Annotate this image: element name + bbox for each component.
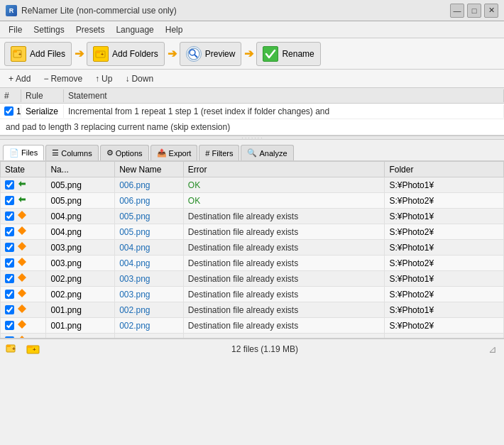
row-checkbox[interactable] xyxy=(5,321,14,330)
table-row[interactable]: 002.png003.pngDestination file already e… xyxy=(1,271,504,287)
remove-rule-button[interactable]: − Remove xyxy=(38,72,88,85)
table-row[interactable]: 003.png004.pngDestination file already e… xyxy=(1,240,504,256)
tab-export[interactable]: 📤 Export xyxy=(150,145,198,160)
cell-folder: S:¥Photo1¥ xyxy=(385,177,504,193)
svg-text:+: + xyxy=(33,346,36,353)
cell-name: 005.png xyxy=(46,177,115,193)
tab-options[interactable]: ⚙ Options xyxy=(100,145,149,160)
menu-help[interactable]: Help xyxy=(160,23,189,37)
th-newname[interactable]: New Name xyxy=(115,162,184,177)
rule-row-1[interactable]: 1 Serialize Incremental from 1 repeat 1 … xyxy=(0,104,504,119)
tab-analyze[interactable]: 🔍 Analyze xyxy=(241,145,293,160)
table-row[interactable]: 000.png001.pngDestination file already e… xyxy=(1,334,504,339)
table-row[interactable]: 002.png003.pngDestination file already e… xyxy=(1,287,504,302)
table-row[interactable]: 001.png002.pngDestination file already e… xyxy=(1,318,504,334)
table-row[interactable]: 001.png002.pngDestination file already e… xyxy=(1,302,504,318)
th-name[interactable]: Na... xyxy=(46,162,115,177)
row-checkbox[interactable] xyxy=(5,180,14,189)
cell-error: Destination file already exists xyxy=(183,318,385,334)
svg-marker-14 xyxy=(18,242,26,251)
th-state[interactable]: State xyxy=(1,162,46,177)
newname-link[interactable]: 002.png xyxy=(119,305,150,315)
cell-error: OK xyxy=(183,193,385,209)
state-icon xyxy=(17,273,27,285)
cell-state xyxy=(1,302,46,318)
table-row[interactable]: 004.png005.pngDestination file already e… xyxy=(1,209,504,224)
rules-section: # Rule Statement 1 Serialize Incremental… xyxy=(0,88,504,136)
table-row[interactable]: 004.png005.pngDestination file already e… xyxy=(1,224,504,240)
menu-settings[interactable]: Settings xyxy=(28,23,70,37)
divider-handle[interactable]: · · · · · · · xyxy=(0,136,504,140)
close-button[interactable]: ✕ xyxy=(484,4,498,18)
rename-button[interactable]: Rename xyxy=(256,42,320,66)
newname-link[interactable]: 005.png xyxy=(119,211,150,221)
table-row[interactable]: 005.png006.pngOKS:¥Photo2¥ xyxy=(1,193,504,209)
th-error[interactable]: Error xyxy=(183,162,385,177)
table-row[interactable]: 005.png006.pngOKS:¥Photo1¥ xyxy=(1,177,504,193)
newname-link[interactable]: 004.png xyxy=(119,258,150,268)
add-rule-button[interactable]: + Add xyxy=(3,72,36,85)
rule-name-cell: Serialize xyxy=(21,105,64,118)
add-folders-button[interactable]: + Add Folders xyxy=(87,42,165,66)
newname-link[interactable]: 002.png xyxy=(119,321,150,331)
cell-folder: S:¥Photo1¥ xyxy=(385,209,504,224)
newname-link[interactable]: 006.png xyxy=(119,196,150,206)
row-checkbox[interactable] xyxy=(5,258,14,268)
resize-grip[interactable]: ⊿ xyxy=(488,344,500,355)
add-files-icon: + xyxy=(11,46,26,62)
svg-marker-18 xyxy=(18,304,26,313)
status-bar: + + 12 files (1.19 MB) ⊿ xyxy=(0,339,504,358)
rule-checkbox-cell: 1 xyxy=(0,105,21,118)
add-files-button[interactable]: + Add Files xyxy=(4,42,72,66)
newname-link[interactable]: 004.png xyxy=(119,243,150,253)
add-folders-icon: + xyxy=(93,46,109,62)
row-checkbox[interactable] xyxy=(5,227,14,236)
newname-link[interactable]: 003.png xyxy=(119,274,150,284)
th-folder[interactable]: Folder xyxy=(385,162,504,177)
row-checkbox[interactable] xyxy=(5,290,14,299)
svg-marker-10 xyxy=(18,181,26,187)
rule-statement-cell: Incremental from 1 repeat 1 step 1 (rese… xyxy=(64,105,504,118)
cell-newname: 002.png xyxy=(115,318,184,334)
maximize-button[interactable]: □ xyxy=(467,4,481,18)
add-files-status-icon[interactable]: + xyxy=(4,341,20,357)
down-button[interactable]: ↓ Down xyxy=(119,72,159,85)
newname-link[interactable]: 005.png xyxy=(119,227,150,237)
menu-presets[interactable]: Presets xyxy=(70,23,111,37)
svg-marker-16 xyxy=(18,273,26,282)
cell-error: Destination file already exists xyxy=(183,302,385,318)
cell-state xyxy=(1,193,46,209)
add-folders-status-icon[interactable]: + xyxy=(26,341,41,357)
menu-language[interactable]: Language xyxy=(110,23,159,37)
state-icon xyxy=(17,288,27,300)
minimize-button[interactable]: — xyxy=(450,4,464,18)
preview-button[interactable]: Preview xyxy=(180,42,242,66)
cell-name: 004.png xyxy=(46,224,115,240)
svg-text:+: + xyxy=(101,52,104,57)
remove-label: Remove xyxy=(50,74,82,84)
files-table-wrapper[interactable]: State Na... New Name Error Folder 005.pn… xyxy=(0,161,504,339)
row-checkbox[interactable] xyxy=(5,305,14,314)
up-label: Up xyxy=(102,74,112,84)
row-checkbox[interactable] xyxy=(5,243,14,252)
rules-header: # Rule Statement xyxy=(0,88,504,104)
row-checkbox[interactable] xyxy=(5,196,14,205)
cell-state xyxy=(1,256,46,271)
cell-newname: 006.png xyxy=(115,177,184,193)
cell-name: 003.png xyxy=(46,256,115,271)
up-button[interactable]: ↑ Up xyxy=(89,72,118,85)
row-checkbox[interactable] xyxy=(5,211,14,221)
tab-columns[interactable]: ☰ Columns xyxy=(45,145,98,160)
newname-link[interactable]: 003.png xyxy=(119,290,150,300)
export-tab-icon: 📤 xyxy=(157,148,167,158)
row-checkbox[interactable] xyxy=(5,274,14,283)
rule-checkbox[interactable] xyxy=(4,106,13,116)
menu-file[interactable]: File xyxy=(3,23,28,37)
state-icon xyxy=(17,241,27,253)
tab-files[interactable]: 📄 Files xyxy=(3,145,44,160)
tab-filters[interactable]: # Filters xyxy=(199,145,239,160)
cell-error: Destination file already exists xyxy=(183,271,385,287)
table-row[interactable]: 003.png004.pngDestination file already e… xyxy=(1,256,504,271)
newname-link[interactable]: 006.png xyxy=(119,180,150,190)
add-folders-label: Add Folders xyxy=(112,49,158,59)
